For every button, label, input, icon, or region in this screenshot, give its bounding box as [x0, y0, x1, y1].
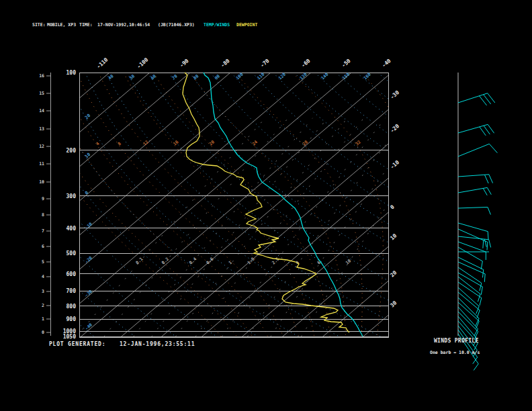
- adiabat-labels: -40-30-20-100102040506070809010011012013…: [84, 72, 372, 332]
- svg-text:32: 32: [355, 139, 362, 146]
- svg-text:4: 4: [95, 141, 100, 147]
- dry-adiabats: [0, 73, 532, 336]
- svg-text:-10: -10: [389, 159, 400, 170]
- svg-text:1050: 1050: [63, 334, 76, 340]
- svg-text:5: 5: [42, 259, 44, 265]
- svg-text:300: 300: [66, 193, 77, 199]
- svg-text:500: 500: [66, 250, 77, 257]
- height-km-axis: 012345678910111213141516: [39, 73, 50, 336]
- file-id: (JB(71046.XP3): [158, 22, 195, 28]
- svg-text:80: 80: [192, 73, 200, 81]
- svg-text:8: 8: [117, 141, 122, 147]
- svg-text:0.2: 0.2: [161, 257, 170, 266]
- svg-text:16: 16: [172, 139, 179, 146]
- svg-text:13: 13: [39, 126, 44, 132]
- svg-text:140: 140: [320, 72, 329, 81]
- svg-text:1: 1: [42, 316, 44, 322]
- svg-text:160: 160: [363, 72, 372, 81]
- svg-text:9: 9: [42, 196, 44, 201]
- svg-text:8: 8: [42, 212, 44, 218]
- svg-text:30: 30: [389, 300, 398, 308]
- svg-text:90: 90: [214, 73, 221, 81]
- svg-text:70: 70: [171, 73, 179, 81]
- svg-text:0: 0: [389, 203, 396, 210]
- svg-text:16: 16: [39, 73, 44, 79]
- svg-text:-30: -30: [389, 89, 400, 100]
- svg-text:-40: -40: [381, 58, 392, 68]
- svg-text:900: 900: [66, 316, 77, 322]
- svg-text:600: 600: [66, 271, 77, 277]
- winds-profile-scale-note: One barb = 10.0 m/s: [430, 350, 480, 355]
- time-value: 17-NOV-1992,10:46:54: [97, 22, 150, 28]
- sounding-curves: [183, 73, 363, 336]
- isotherms: [0, 73, 532, 337]
- svg-text:100: 100: [235, 72, 245, 81]
- svg-text:-80: -80: [220, 58, 231, 68]
- svg-text:50: 50: [128, 73, 136, 81]
- svg-text:20: 20: [208, 139, 216, 146]
- svg-text:24: 24: [251, 139, 259, 146]
- svg-text:400: 400: [66, 226, 77, 232]
- legend-temp-winds: TEMP/WINDS: [204, 22, 230, 28]
- svg-text:700: 700: [66, 288, 77, 294]
- svg-text:100: 100: [66, 70, 77, 76]
- svg-text:6: 6: [42, 244, 44, 249]
- svg-text:110: 110: [256, 72, 265, 81]
- svg-text:10: 10: [84, 152, 91, 159]
- svg-text:-50: -50: [341, 58, 352, 68]
- svg-text:12: 12: [142, 139, 150, 146]
- svg-text:-30: -30: [84, 289, 93, 298]
- svg-text:28: 28: [302, 139, 309, 146]
- svg-text:0.4: 0.4: [188, 257, 197, 266]
- svg-text:-40: -40: [84, 322, 93, 332]
- svg-text:-90: -90: [179, 58, 190, 68]
- svg-text:120: 120: [277, 72, 287, 81]
- svg-text:12: 12: [39, 144, 44, 149]
- sounding-plot-screen: -40-30-20-100102040506070809010011012013…: [0, 0, 532, 411]
- svg-text:-100: -100: [136, 56, 149, 70]
- svg-text:11: 11: [39, 161, 44, 167]
- svg-text:200: 200: [66, 148, 77, 154]
- svg-text:14: 14: [39, 108, 44, 113]
- chart-lines-clipped: [0, 73, 532, 337]
- svg-text:4: 4: [42, 274, 44, 279]
- pressure-gridlines: [79, 73, 388, 337]
- svg-text:-110: -110: [95, 56, 109, 70]
- svg-text:-70: -70: [259, 58, 271, 68]
- curve-dewpoint: [183, 73, 349, 332]
- svg-text:-10: -10: [84, 222, 93, 231]
- winds-profile-title: WINDS PROFILE: [434, 338, 479, 344]
- site-label: SITE:: [32, 22, 46, 28]
- svg-text:3: 3: [42, 289, 44, 294]
- svg-text:40: 40: [107, 73, 114, 81]
- site-value: MOBILE, XP3: [47, 22, 76, 28]
- plot-generated-value: 12-JAN-1996,23:55:11: [120, 341, 195, 347]
- svg-text:10: 10: [389, 232, 398, 241]
- svg-text:15: 15: [39, 91, 44, 96]
- pressure-labels: 10020030040050060070080090010001050: [63, 70, 76, 340]
- svg-text:0: 0: [42, 330, 44, 335]
- wind-profile: [458, 73, 497, 370]
- svg-text:800: 800: [66, 304, 77, 310]
- svg-text:-60: -60: [300, 58, 312, 68]
- svg-text:-20: -20: [84, 255, 93, 265]
- time-label: TIME:: [79, 22, 93, 28]
- svg-text:130: 130: [299, 72, 308, 81]
- legend-dewpoint: DEWPOINT: [236, 22, 257, 28]
- svg-text:2: 2: [42, 303, 44, 308]
- svg-text:7: 7: [42, 228, 44, 234]
- svg-text:20: 20: [84, 113, 91, 120]
- svg-text:-20: -20: [389, 123, 400, 134]
- plot-generated-label: PLOT GENERATED:: [49, 341, 105, 347]
- svg-text:60: 60: [150, 73, 157, 81]
- svg-text:10: 10: [39, 179, 44, 185]
- svg-text:2.5: 2.5: [271, 257, 280, 266]
- svg-text:20: 20: [389, 269, 398, 278]
- moist-adiabats: [17, 73, 410, 336]
- svg-text:0.1: 0.1: [134, 257, 144, 266]
